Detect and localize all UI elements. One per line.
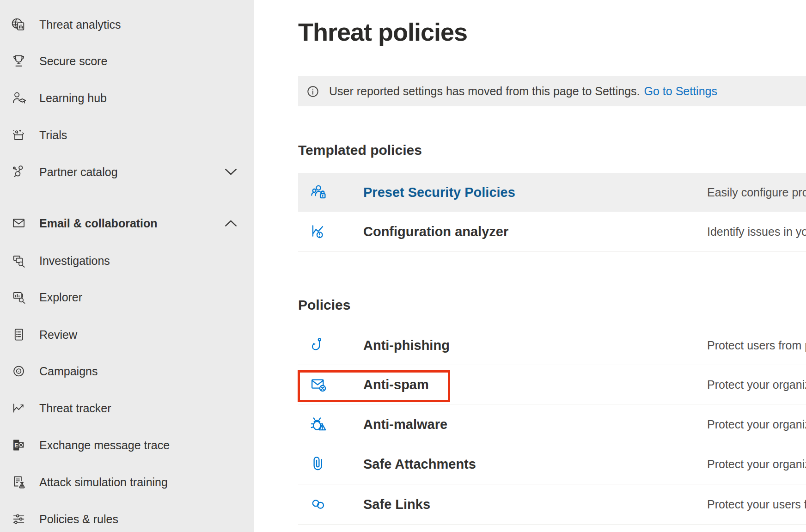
- info-banner: User reported settings has moved from th…: [298, 76, 806, 106]
- row-label[interactable]: Anti-phishing: [363, 337, 450, 353]
- sidebar-item-label: Learning hub: [39, 92, 107, 105]
- sidebar-item-label: Attack simulation training: [39, 476, 168, 489]
- sidebar-item-label: Threat tracker: [39, 402, 111, 415]
- sidebar-item-label: Explorer: [39, 291, 82, 304]
- row-description: Easily configure prot: [707, 186, 806, 199]
- trials-icon: [10, 127, 27, 144]
- sidebar-item-label: Secure score: [39, 55, 107, 68]
- go-to-settings-link[interactable]: Go to Settings: [644, 85, 717, 98]
- row-preset-security-policies[interactable]: Preset Security Policies Easily configur…: [298, 173, 806, 212]
- row-anti-phishing[interactable]: Anti-phishing Protect users from p: [298, 325, 806, 365]
- sidebar-item-threat-analytics[interactable]: Threat analytics: [0, 6, 254, 43]
- sidebar-item-review[interactable]: Review: [0, 316, 254, 353]
- row-anti-spam[interactable]: Anti-spam Protect your organiz: [298, 365, 806, 404]
- sidebar-item-investigations[interactable]: Investigations: [0, 242, 254, 279]
- anti-malware-bug-icon: [309, 414, 329, 434]
- sidebar-item-partner-catalog[interactable]: Partner catalog: [0, 153, 254, 190]
- sidebar-item-label: Policies & rules: [39, 513, 118, 526]
- row-description: Protect your users fro: [707, 498, 806, 511]
- policies-heading: Policies: [298, 297, 350, 313]
- row-description: Protect your organiz: [707, 458, 806, 471]
- templated-policies-heading: Templated policies: [298, 142, 422, 158]
- configuration-analyzer-icon: [309, 222, 329, 242]
- row-description: Identify issues in you: [707, 225, 806, 238]
- preset-security-policies-icon: [309, 183, 329, 202]
- sidebar-divider: [9, 199, 239, 199]
- review-list-icon: [10, 326, 27, 343]
- sidebar-item-email-collaboration[interactable]: Email & collaboration: [0, 205, 254, 242]
- defender-threat-policies-screen: { "colors": { "accent_blue": "#0078d4", …: [0, 0, 806, 532]
- row-description: Protect users from p: [707, 338, 806, 352]
- campaigns-target-icon: [10, 363, 27, 380]
- row-label[interactable]: Safe Attachments: [363, 457, 476, 472]
- sidebar-item-policies-rules[interactable]: Policies & rules: [0, 501, 254, 532]
- trophy-icon: [10, 53, 27, 70]
- anti-phishing-hook-icon: [309, 335, 329, 355]
- row-safe-links[interactable]: Safe Links Protect your users fro: [298, 484, 806, 525]
- sidebar-item-trials[interactable]: Trials: [0, 116, 254, 153]
- email-icon: [10, 215, 27, 232]
- threat-analytics-icon: [10, 16, 27, 33]
- attack-simulation-icon: [10, 474, 27, 491]
- sidebar-item-label: Review: [39, 328, 77, 342]
- preset-security-policies-link[interactable]: Preset Security Policies: [363, 185, 515, 200]
- sidebar-item-exchange-message-trace[interactable]: E Exchange message trace: [0, 427, 254, 464]
- row-description: Protect your organiz: [707, 417, 806, 431]
- row-description: Protect your organiz: [707, 378, 806, 391]
- sidebar-item-learning-hub[interactable]: Learning hub: [0, 79, 254, 116]
- chevron-up-icon: [225, 220, 237, 227]
- sidebar-item-secure-score[interactable]: Secure score: [0, 43, 254, 79]
- sidebar-item-label: Threat analytics: [39, 18, 121, 31]
- partner-catalog-icon: [10, 164, 27, 181]
- sidebar-item-label: Investigations: [39, 254, 110, 268]
- sidebar-item-attack-simulation-training[interactable]: Attack simulation training: [0, 464, 254, 501]
- sidebar-item-label: Trials: [39, 128, 67, 142]
- info-icon: [306, 85, 319, 98]
- sidebar: Threat analytics Secure score Learning h…: [0, 0, 254, 532]
- row-anti-malware[interactable]: Anti-malware Protect your organiz: [298, 404, 806, 444]
- page-title: Threat policies: [298, 18, 467, 46]
- safe-attachments-paperclip-icon: [309, 454, 329, 474]
- banner-text: User reported settings has moved from th…: [329, 85, 640, 98]
- safe-links-chain-icon: [309, 495, 329, 514]
- sidebar-item-campaigns[interactable]: Campaigns: [0, 353, 254, 390]
- sidebar-item-label: Email & collaboration: [39, 217, 158, 230]
- chevron-down-icon: [225, 168, 237, 176]
- investigations-icon: [10, 252, 27, 269]
- row-label[interactable]: Safe Links: [363, 497, 430, 512]
- row-label[interactable]: Anti-spam: [363, 377, 429, 392]
- svg-text:E: E: [14, 442, 18, 449]
- row-configuration-analyzer[interactable]: Configuration analyzer Identify issues i…: [298, 212, 806, 252]
- exchange-logo-icon: E: [10, 437, 27, 454]
- row-label[interactable]: Configuration analyzer: [363, 224, 508, 239]
- threat-tracker-chart-icon: [10, 400, 27, 417]
- anti-spam-envelope-icon: [309, 375, 329, 395]
- sidebar-item-label: Exchange message trace: [39, 439, 170, 452]
- sidebar-item-explorer[interactable]: Explorer: [0, 279, 254, 316]
- sidebar-item-label: Campaigns: [39, 365, 98, 378]
- row-label[interactable]: Anti-malware: [363, 416, 447, 432]
- sidebar-item-threat-tracker[interactable]: Threat tracker: [0, 390, 254, 427]
- explorer-icon: [10, 289, 27, 306]
- sidebar-item-label: Partner catalog: [39, 165, 118, 179]
- row-safe-attachments[interactable]: Safe Attachments Protect your organiz: [298, 444, 806, 484]
- learning-hub-icon: [10, 90, 27, 107]
- sliders-icon: [10, 511, 27, 528]
